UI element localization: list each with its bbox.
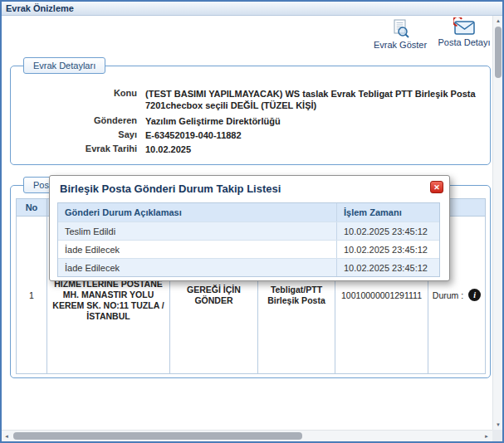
gonderen-label: Gönderen	[11, 115, 137, 127]
durum-label: Durum :	[433, 290, 463, 300]
field-row-konu: Konu (TEST BASIMI YAPILMAYACAK) WS tasla…	[11, 88, 490, 111]
durum-takip-dialog: Birleşik Posta Gönderi Durum Takip Liste…	[49, 175, 450, 281]
scrollbar-corner	[492, 430, 502, 441]
evrak-goster-label: Evrak Göster	[374, 40, 427, 50]
scroll-up-icon[interactable]: ▲	[493, 16, 503, 26]
horizontal-scrollbar-thumb[interactable]	[13, 432, 302, 440]
row-time: 10.02.2025 23:45:12	[337, 222, 439, 240]
posta-detayi-label: Posta Detayı	[438, 37, 491, 47]
sayi-label: Sayı	[11, 129, 137, 141]
field-row-evrak-tarihi: Evrak Tarihi 10.02.2025	[11, 144, 490, 155]
dialog-title: Birleşik Posta Gönderi Durum Takip Liste…	[60, 183, 281, 195]
close-icon[interactable]: ✕	[430, 181, 443, 193]
row-status: Teslim Edildi	[58, 222, 337, 240]
row-time: 10.02.2025 23:45:12	[337, 259, 439, 276]
dialog-row: Teslim Edildi 10.02.2025 23:45:12	[58, 222, 439, 240]
konu-label: Konu	[11, 88, 137, 111]
scroll-down-icon[interactable]: ▼	[493, 420, 503, 430]
info-glyph: i	[473, 290, 476, 299]
dialog-table: Gönderi Durum Açıklaması İşlem Zamanı Te…	[57, 202, 440, 277]
konu-value: (TEST BASIMI YAPILMAYACAK) WS taslak Evr…	[145, 88, 482, 111]
row-status: İade Edilecek	[58, 259, 337, 276]
field-row-sayi: Sayı E-63452019-040-11882	[11, 129, 490, 141]
window-title: Evrak Önizleme	[6, 3, 74, 13]
scroll-left-icon[interactable]: ◄	[2, 431, 12, 441]
field-row-gonderen: Gönderen Yazılım Geliştirme Direktörlüğü	[11, 115, 490, 127]
evrak-tarihi-label: Evrak Tarihi	[11, 144, 137, 155]
window-titlebar: Evrak Önizleme	[2, 2, 502, 16]
evrak-goster-button[interactable]: Evrak Göster	[367, 19, 433, 50]
envelope-icon	[453, 17, 476, 37]
dialog-col-zaman: İşlem Zamanı	[337, 203, 439, 222]
dialog-table-header: Gönderi Durum Açıklaması İşlem Zamanı	[58, 203, 439, 222]
close-glyph: ✕	[433, 183, 440, 192]
col-header-no: No	[16, 198, 47, 217]
dialog-col-aciklama: Gönderi Durum Açıklaması	[58, 203, 337, 222]
horizontal-scrollbar[interactable]: ◄ ►	[2, 430, 492, 441]
evrak-onizleme-window: Evrak Önizleme Evrak Göster Posta Detayı…	[0, 0, 504, 443]
row-no: 1	[16, 217, 47, 374]
evrak-detaylari-legend: Evrak Detayları	[23, 57, 105, 74]
row-time: 10.02.2025 23:45:12	[337, 241, 439, 258]
evrak-detaylari-panel: Evrak Detayları Konu (TEST BASIMI YAPILM…	[10, 66, 491, 165]
posta-detayi-button[interactable]: Posta Detayı	[431, 17, 497, 47]
vertical-scrollbar[interactable]: ▲ ▼	[492, 16, 502, 430]
sayi-value: E-63452019-040-11882	[145, 129, 482, 141]
gonderen-value: Yazılım Geliştirme Direktörlüğü	[145, 115, 482, 127]
row-status: İade Edilecek	[58, 241, 337, 258]
dialog-row: İade Edilecek 10.02.2025 23:45:12	[58, 240, 439, 258]
durum-info-icon[interactable]: i	[468, 289, 481, 301]
scroll-right-icon[interactable]: ►	[481, 431, 492, 441]
evrak-tarihi-value: 10.02.2025	[145, 144, 482, 155]
document-magnifier-icon	[389, 19, 411, 39]
dialog-row: İade Edilecek 10.02.2025 23:45:12	[58, 258, 439, 276]
vertical-scrollbar-thumb[interactable]	[495, 27, 502, 78]
